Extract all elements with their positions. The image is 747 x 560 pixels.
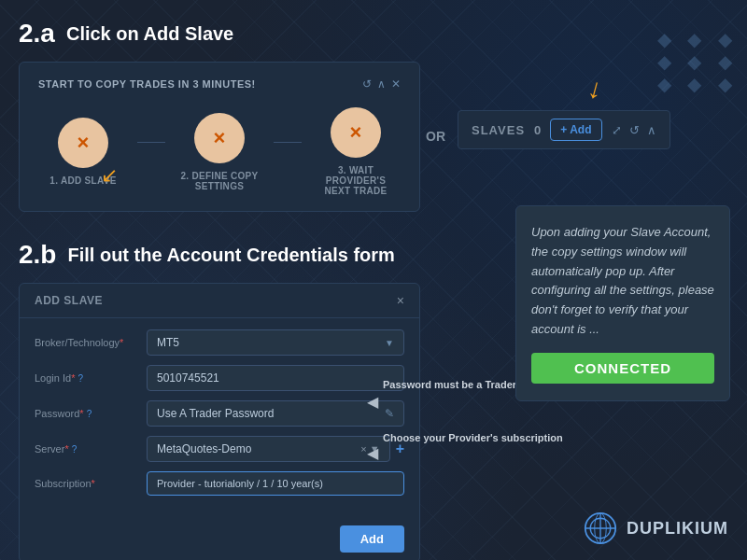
duplikium-logo-icon	[584, 511, 617, 545]
subscription-row: Subscription* Provider - tutorialonly / …	[35, 471, 404, 496]
login-row: Login Id* ? 5010745521	[35, 365, 404, 391]
subscription-annotation: Choose your Provider's subscription	[383, 431, 563, 445]
section-2b-number: 2.b	[19, 240, 56, 270]
refresh-icon[interactable]: ↺	[362, 77, 372, 91]
section-2a-number: 2.a	[19, 19, 55, 49]
step-1-circle: ×	[58, 118, 108, 168]
step-2-x-icon: ×	[214, 126, 226, 150]
password-input[interactable]: Use A Trader Password ✎	[147, 400, 404, 427]
card-controls: ↺ ∧ ✕	[362, 77, 401, 91]
chevron-up-icon[interactable]: ∧	[377, 77, 386, 91]
right-panel-text: Upon adding your Slave Account, the copy…	[531, 223, 714, 340]
logo-text: DUPLIKIUM	[627, 519, 728, 539]
step-3-x-icon: ×	[350, 120, 362, 145]
broker-input[interactable]: MT5 ▼	[147, 329, 404, 356]
expand-icon[interactable]: ⤢	[612, 123, 622, 137]
slaves-bar-icons: ⤢ ↺ ∧	[612, 123, 656, 137]
form-close-button[interactable]: ×	[397, 293, 404, 308]
server-input-group: MetaQuotes-Demo × ▼ +	[147, 436, 404, 462]
slaves-count: 0	[534, 123, 541, 137]
password-annotation-arrow: ◀	[367, 393, 378, 411]
card-header: START TO COPY TRADES IN 3 MINUTES! ↺ ∧ ✕	[38, 77, 401, 91]
add-button-arrow: ↓	[585, 72, 606, 106]
broker-dropdown-icon: ▼	[385, 338, 394, 348]
step1-annotation-arrow: ↙	[101, 163, 118, 188]
section-2a-title: Click on Add Slave	[66, 23, 233, 45]
add-slave-button[interactable]: + Add	[550, 119, 601, 141]
broker-label: Broker/Technology*	[35, 337, 137, 348]
logo-area: DUPLIKIUM	[584, 511, 728, 545]
decor-dots-top: ◆ ◆ ◆◆ ◆ ◆◆ ◆ ◆	[657, 28, 738, 95]
or-label: OR	[426, 129, 445, 144]
add-submit-button[interactable]: Add	[340, 525, 404, 553]
broker-row: Broker/Technology* MT5 ▼	[35, 329, 404, 356]
login-label: Login Id* ?	[35, 372, 137, 384]
password-label: Password* ?	[35, 408, 137, 419]
form-footer: Add	[20, 516, 419, 560]
section-2b-title: Fill out the Account Credentials form	[67, 245, 394, 266]
steps-row: × 1. ADD SLAVE × 2. DEFINE COPYSETTINGS …	[38, 107, 401, 196]
password-icon: ✎	[385, 407, 394, 420]
subscription-input[interactable]: Provider - tutorialonly / 1 / 10 year(s)	[147, 471, 404, 496]
step-2-circle: ×	[194, 113, 245, 163]
refresh-icon[interactable]: ↺	[629, 123, 640, 137]
close-icon[interactable]: ✕	[391, 77, 401, 91]
copy-trades-card: START TO COPY TRADES IN 3 MINUTES! ↺ ∧ ✕…	[19, 62, 420, 212]
subscription-annotation-arrow: ◀	[367, 444, 378, 462]
form-title: ADD SLAVE	[35, 294, 103, 307]
slaves-label: SLAVES	[472, 123, 525, 137]
server-row: Server* ? MetaQuotes-Demo × ▼ +	[35, 436, 404, 462]
password-row: Password* ? Use A Trader Password ✎	[35, 400, 404, 427]
server-input[interactable]: MetaQuotes-Demo × ▼	[147, 436, 390, 462]
connected-badge: CONNECTED	[531, 353, 714, 384]
step-3-item: × 3. WAIT PROVIDER'SNEXT TRADE	[311, 107, 401, 196]
form-body: Broker/Technology* MT5 ▼ Login Id* ? 501…	[20, 318, 419, 516]
step-divider-2	[274, 142, 302, 143]
step-1-x-icon: ×	[78, 131, 90, 155]
step-2-label: 2. DEFINE COPYSETTINGS	[180, 171, 258, 191]
add-slave-form: ADD SLAVE × Broker/Technology* MT5 ▼ Log…	[19, 283, 420, 560]
step-3-circle: ×	[331, 107, 381, 158]
server-label: Server* ?	[35, 443, 137, 455]
step-2-item: × 2. DEFINE COPYSETTINGS	[175, 113, 264, 191]
login-input[interactable]: 5010745521	[147, 365, 404, 391]
step-divider-1	[137, 142, 165, 143]
slaves-bar: SLAVES 0 + Add ⤢ ↺ ∧	[458, 110, 670, 149]
chevron-up-icon[interactable]: ∧	[647, 123, 656, 137]
form-header: ADD SLAVE ×	[20, 284, 419, 318]
right-panel: Upon adding your Slave Account, the copy…	[515, 205, 730, 401]
section-2a-header: 2.a Click on Add Slave	[19, 19, 728, 49]
card-title: START TO COPY TRADES IN 3 MINUTES!	[38, 78, 256, 90]
step-3-label: 3. WAIT PROVIDER'SNEXT TRADE	[311, 165, 401, 196]
subscription-label: Subscription*	[35, 478, 137, 489]
